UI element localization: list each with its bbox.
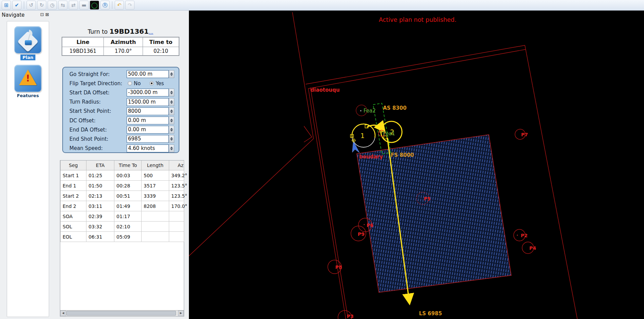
spinner-control[interactable] bbox=[169, 126, 174, 134]
prospect-top-edge-outer bbox=[306, 45, 525, 84]
value-field[interactable]: 500.00 m bbox=[127, 70, 169, 78]
form-row: Start DA Offset:-3000.00 m bbox=[69, 88, 174, 97]
spin-down-icon[interactable] bbox=[170, 93, 173, 94]
spin-up-icon[interactable] bbox=[170, 91, 173, 92]
warning-exclamation: ! bbox=[15, 73, 41, 83]
summary-value-cell: 170.0° bbox=[104, 47, 143, 56]
value-field[interactable]: -3000.00 m bbox=[127, 89, 169, 96]
replan-button[interactable]: Ⓡ bbox=[100, 1, 110, 10]
spinner-control[interactable] bbox=[169, 98, 174, 106]
spinner-control[interactable] bbox=[169, 89, 174, 96]
value-field[interactable]: 0.00 m bbox=[127, 117, 169, 124]
segment-cell: 3339 bbox=[142, 191, 169, 201]
segment-cell bbox=[169, 211, 184, 222]
radio-dot-icon[interactable] bbox=[149, 81, 154, 86]
value-field[interactable]: 8000 bbox=[127, 107, 169, 115]
value-field[interactable]: 4.60 knots bbox=[127, 145, 169, 152]
first-shot-label: FS 8000 bbox=[391, 152, 414, 158]
radio-option-no[interactable]: No bbox=[128, 80, 141, 87]
value-field[interactable]: 6985 bbox=[127, 135, 169, 143]
spin-down-icon[interactable] bbox=[170, 149, 173, 150]
features-icon[interactable]: ! bbox=[14, 65, 42, 92]
turn-to-more-link[interactable]: ... bbox=[149, 29, 153, 35]
add-to-plan-button[interactable]: ⊞ bbox=[2, 1, 11, 10]
radio-option-yes[interactable]: Yes bbox=[149, 80, 164, 87]
map-svg[interactable]: 1 2 Fea2 Fea1 AS 8300 FS 8000 LS 6985 Ac… bbox=[189, 11, 644, 319]
plan-icon[interactable] bbox=[14, 26, 42, 54]
segment-col-header: Seg bbox=[61, 161, 86, 170]
spin-down-icon[interactable] bbox=[170, 74, 173, 76]
segment-cell: 00:28 bbox=[114, 181, 142, 191]
shift-node-left-button[interactable]: ⇆ bbox=[58, 1, 67, 10]
navigate-item-list: Plan ! Features bbox=[7, 21, 49, 317]
spin-up-icon[interactable] bbox=[170, 72, 173, 74]
toolbar: ⊞✔↺↻◷⇆⇄▬◯Ⓡ↶↷ bbox=[0, 0, 644, 11]
feature-2-label: Fea2 bbox=[364, 108, 376, 114]
segment-row[interactable]: Start 101:2500:03500349.2° bbox=[61, 170, 184, 181]
segment-cell: 170.0° bbox=[169, 201, 184, 211]
spin-up-icon[interactable] bbox=[170, 128, 173, 130]
remove-button[interactable]: ▬ bbox=[79, 1, 88, 10]
segment-cell: SOL bbox=[61, 222, 86, 232]
spin-up-icon[interactable] bbox=[170, 119, 173, 120]
scrollbar-thumb[interactable] bbox=[66, 311, 176, 316]
spinner-control[interactable] bbox=[169, 117, 174, 124]
shift-node-right-button[interactable]: ⇄ bbox=[69, 1, 78, 10]
redo-button[interactable]: ↷ bbox=[125, 1, 134, 10]
sidebar-item-features[interactable]: ! Features bbox=[7, 65, 49, 98]
segment-row[interactable]: SOA02:3901:17 bbox=[61, 211, 184, 222]
value-field[interactable]: 0.00 m bbox=[127, 126, 169, 134]
segment-cell: 02:10 bbox=[114, 222, 142, 232]
value-field[interactable]: 1500.00 m bbox=[127, 98, 169, 106]
spin-down-icon[interactable] bbox=[170, 139, 173, 141]
radio-dot-icon[interactable] bbox=[128, 81, 132, 86]
spin-up-icon[interactable] bbox=[170, 147, 173, 148]
spin-up-icon[interactable] bbox=[170, 100, 173, 102]
horizontal-scrollbar[interactable]: ◀ ▶ bbox=[60, 310, 184, 316]
spinner-control[interactable] bbox=[169, 145, 174, 152]
sidebar-item-plan[interactable]: Plan bbox=[7, 26, 49, 60]
features-label[interactable]: Features bbox=[17, 93, 39, 98]
spin-down-icon[interactable] bbox=[170, 130, 173, 132]
segment-cell: 02:13 bbox=[86, 191, 114, 201]
spinner-control[interactable] bbox=[169, 107, 174, 115]
toolbar-separator bbox=[24, 1, 24, 9]
spin-up-icon[interactable] bbox=[170, 109, 173, 111]
field-wrap: -3000.00 m bbox=[127, 89, 174, 96]
spin-down-icon[interactable] bbox=[170, 121, 173, 122]
segment-row[interactable]: End 101:5000:283517123.5° bbox=[61, 181, 184, 191]
segment-row[interactable]: EOL06:3105:09 bbox=[61, 232, 184, 242]
segment-row[interactable]: SOL03:3202:10 bbox=[61, 222, 184, 232]
scroll-right-icon[interactable]: ▶ bbox=[178, 310, 184, 316]
field-wrap: 6985 bbox=[127, 135, 174, 143]
turn-to-line-name: 19BD1361 bbox=[110, 27, 149, 35]
segment-row[interactable]: End 203:1101:498208170.0° bbox=[61, 201, 184, 211]
panel-float-icon[interactable]: ⊡ bbox=[40, 12, 44, 17]
summary-value-cell: 02:10 bbox=[143, 47, 179, 56]
field-wrap: 4.60 knots bbox=[127, 145, 174, 152]
accept-button[interactable]: ✔ bbox=[12, 1, 21, 10]
spin-down-icon[interactable] bbox=[170, 111, 173, 113]
map-canvas[interactable]: 1 2 Fea2 Fea1 AS 8300 FS 8000 LS 6985 Ac… bbox=[189, 11, 644, 319]
segment-cell: 03:32 bbox=[86, 222, 114, 232]
form-row: Mean Speed:4.60 knots bbox=[69, 144, 174, 153]
segment-cell: SOA bbox=[61, 211, 86, 222]
display-toggle-button[interactable]: ◯ bbox=[90, 1, 99, 10]
spin-down-icon[interactable] bbox=[170, 102, 173, 104]
panel-close-icon[interactable]: ⊠ bbox=[45, 12, 49, 17]
spinner-control[interactable] bbox=[169, 70, 174, 78]
plan-label[interactable]: Plan bbox=[20, 55, 35, 60]
prospect-top-edge-inner bbox=[308, 49, 526, 89]
timer-button[interactable]: ◷ bbox=[48, 1, 57, 10]
segment-row[interactable]: Start 202:1300:513339123.5° bbox=[61, 191, 184, 201]
vessel-icon[interactable] bbox=[352, 141, 359, 153]
undo-button[interactable]: ↶ bbox=[115, 1, 124, 10]
rotate-left-button[interactable]: ↺ bbox=[27, 1, 36, 10]
summary-value-cell: 19BD1361 bbox=[62, 47, 104, 56]
spinner-control[interactable] bbox=[169, 135, 174, 143]
summary-value-row: 19BD1361170.0°02:10 bbox=[62, 47, 179, 56]
point-p5-label: P5 bbox=[424, 196, 431, 201]
rotate-right-button[interactable]: ↻ bbox=[37, 1, 46, 10]
scroll-left-icon[interactable]: ◀ bbox=[60, 310, 66, 316]
spin-up-icon[interactable] bbox=[170, 137, 173, 139]
